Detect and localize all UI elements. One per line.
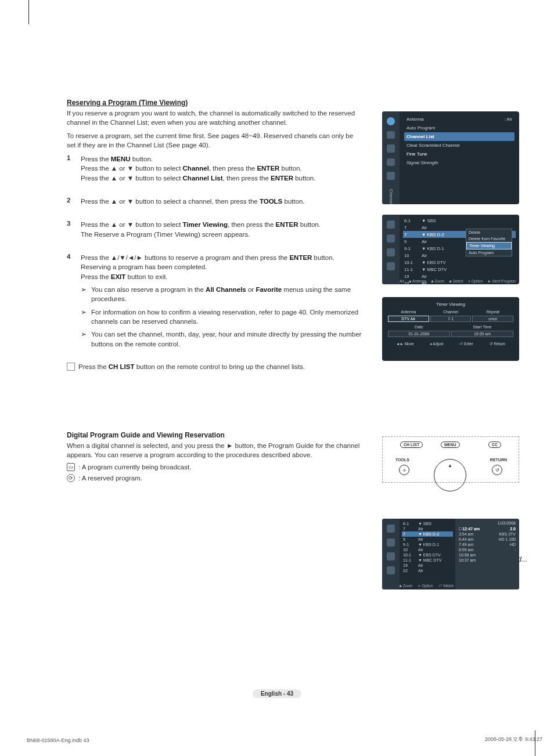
footer-hint: ⏎ Enter — [459, 342, 473, 346]
menu-item[interactable]: Antenna: Air — [404, 115, 515, 124]
guide-row[interactable]: 3:54 amKBS 2TV — [459, 531, 516, 537]
channel-row[interactable]: 10-1▼ EBS DTV — [402, 552, 453, 558]
field[interactable]: 10:09 am — [451, 331, 513, 337]
popup-item[interactable]: Delete — [466, 229, 512, 236]
menu-item[interactable]: Fine Tune — [404, 150, 515, 158]
crop-mark — [535, 730, 535, 756]
legend-broadcast: ▭ : A program currently being broadcast. — [67, 463, 370, 471]
footer-hint: ⎆ Option — [418, 584, 433, 588]
guide-row[interactable]: 7:49 amHD — [459, 542, 516, 547]
channel-row[interactable]: 7▼ KBS D-2 — [402, 531, 453, 537]
guide-panel: 1/22/2008 □ 12:47 am2.03:54 amKBS 2TV6:4… — [455, 519, 519, 589]
step-body: Press the ▲ or ▼ button to select a chan… — [81, 197, 363, 206]
intro-para-1: If you reserve a program you want to wat… — [67, 109, 363, 127]
sound-icon — [387, 131, 395, 139]
channel-row[interactable]: 10Air — [402, 547, 453, 552]
setup-icon — [387, 158, 395, 167]
osd-sidebar — [382, 519, 400, 589]
osd-channel-list: 6-1▼ SBS7Air7▼ KBS D-29Air9-1▼ KBS D-110… — [382, 215, 519, 284]
osd-program-guide: 6-1▼ SBS7Air7▼ KBS D-29Air9-1▼ KBS D-110… — [382, 519, 519, 589]
step-number: 4 — [67, 253, 81, 349]
field[interactable]: 7-1 — [430, 316, 472, 322]
added-icon — [387, 234, 395, 243]
chlist-button[interactable]: CH LIST — [400, 442, 423, 448]
cc-button[interactable]: CC — [488, 442, 501, 448]
field: Date — [388, 324, 450, 330]
field: Repeat — [472, 309, 513, 314]
field: Antenna — [388, 309, 429, 314]
sub-bullet-icon: ➢ — [81, 308, 91, 327]
footer-hint: ■ Zoom — [400, 584, 412, 588]
footer-hint: ■ Zoom — [431, 279, 444, 283]
osd-timer-viewing: Timer Viewing AntennaChannelRepeat DTV A… — [382, 297, 519, 361]
sub-text: For information on how to confirm a view… — [91, 308, 363, 327]
guide-row[interactable]: □ 12:47 am2.0 — [459, 526, 516, 531]
menu-item[interactable]: Channel List — [404, 132, 515, 141]
popup-item[interactable]: Auto Program — [466, 249, 512, 256]
step-number: 1 — [67, 154, 81, 183]
step-number: 2 — [67, 197, 81, 206]
guide-row[interactable]: 6:44 amHD 1 100 — [459, 537, 516, 542]
hand-note-text: Press the CH LIST button on the remote c… — [78, 363, 305, 370]
field[interactable]: once — [472, 316, 513, 322]
popup-item[interactable]: Delete from Favorite — [466, 236, 512, 242]
osd-footer: ◄► Move♦ Adjust⏎ Enter↺ Return — [388, 342, 513, 346]
osd-main: Antenna: AirAuto ProgramChannel ListClea… — [400, 111, 519, 204]
footer-right: 2008-05-28 오후 9:43:27 — [485, 736, 542, 743]
intro-para-2: To reserve a program, set the current ti… — [67, 132, 363, 150]
sub-bullet-icon: ➢ — [81, 285, 91, 304]
clock-icon: ⟳ — [67, 474, 75, 482]
footer-hint: ⎆ Option — [468, 279, 483, 283]
dpad[interactable]: ▲ — [434, 459, 466, 491]
field[interactable]: 01-01-2008 — [388, 331, 450, 337]
menu-item[interactable]: Auto Program — [404, 124, 515, 132]
footer-hint: ♦ Adjust — [430, 342, 444, 346]
popup-item[interactable]: Timer Viewing — [466, 242, 512, 249]
section2-body: When a digital channel is selected, and … — [67, 442, 370, 460]
channel-row[interactable]: 7Air — [402, 526, 453, 531]
sub-bullet-icon: ➢ — [81, 330, 91, 349]
menu-button[interactable]: MENU — [441, 442, 460, 448]
osd-footer: ■ Zoom⎆ Option⏎ Watch — [400, 584, 516, 588]
channel-row[interactable]: 10-1▼ EBS DTV — [403, 259, 516, 266]
osd-sidebar: Channel — [382, 111, 400, 204]
footer-hint: ↺ Return — [490, 342, 505, 346]
channel-row[interactable]: 11-1▼ MBC DTV — [402, 558, 453, 563]
guide-row[interactable]: 10:08 am — [459, 552, 516, 558]
osd-channel-menu: Channel Antenna: AirAuto ProgramChannel … — [382, 111, 519, 204]
footer-hint: ■ Antenna — [409, 279, 427, 283]
osd-footer: Air■ Antenna■ Zoom■ Select⎆ Option► Next… — [400, 279, 516, 283]
step-body: Press the MENU button.Press the ▲ or ▼ b… — [81, 154, 363, 183]
field[interactable]: DTV Air — [388, 316, 429, 322]
channel-row[interactable]: 19Air — [402, 563, 453, 568]
return-button[interactable]: ↺ — [492, 465, 502, 475]
guide-row[interactable]: 10:37 am — [459, 558, 516, 563]
channel-row[interactable]: 22Air — [402, 568, 453, 573]
menu-item[interactable]: Signal Strength — [404, 158, 515, 167]
channel-row[interactable]: 6-1▼ SBS — [402, 521, 453, 526]
sub-text: You can also reserve a program in the Al… — [91, 285, 363, 304]
footer-hint: ⏎ Watch — [438, 584, 454, 588]
sidebar-label: Channel — [389, 189, 393, 204]
channel-row[interactable]: 6-1▼ SBS — [403, 217, 516, 224]
channel-icon — [387, 144, 395, 153]
sub-text: You can set the channel, month, day, yea… — [91, 330, 363, 349]
footer-hint: ► Next Program — [488, 279, 516, 283]
tools-button[interactable]: ⎆ — [399, 465, 409, 475]
footer-hint: ◄► Move — [396, 342, 414, 346]
added-icon — [387, 538, 395, 547]
picture-icon — [387, 117, 395, 125]
menu-item[interactable]: Clear Scrambled Channel — [404, 141, 515, 150]
section-title: Reserving a Program (Time Viewing) — [67, 99, 527, 107]
return-label: RETURN — [490, 458, 507, 462]
step-number: 3 — [67, 220, 81, 239]
fav-icon — [387, 248, 395, 256]
field: Channel — [430, 309, 472, 314]
legend-text: : A program currently being broadcast. — [78, 464, 191, 471]
channel-row[interactable]: 11-1▼ MBC DTV — [403, 266, 516, 273]
section2-title: Digital Program Guide and Viewing Reserv… — [67, 431, 370, 439]
guide-row[interactable]: 8:59 am- — [459, 547, 516, 552]
footer-hint: Air — [400, 279, 404, 283]
channel-row[interactable]: 9Air — [402, 537, 453, 542]
channel-row[interactable]: 9-1▼ KBS D-1 — [402, 542, 453, 547]
